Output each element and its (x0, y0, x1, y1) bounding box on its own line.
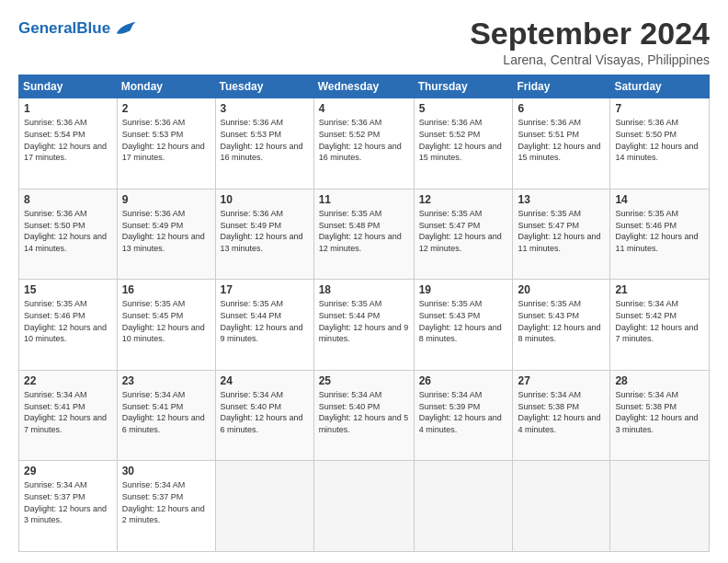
day-detail: Sunrise: 5:35 AM Sunset: 5:47 PM Dayligh… (518, 209, 600, 253)
col-wednesday: Wednesday (313, 75, 414, 98)
col-sunday: Sunday (19, 75, 118, 98)
day-detail: Sunrise: 5:35 AM Sunset: 5:43 PM Dayligh… (518, 299, 600, 343)
day-detail: Sunrise: 5:35 AM Sunset: 5:44 PM Dayligh… (319, 299, 409, 343)
day-detail: Sunrise: 5:35 AM Sunset: 5:47 PM Dayligh… (419, 209, 502, 253)
day-detail: Sunrise: 5:34 AM Sunset: 5:38 PM Dayligh… (518, 390, 600, 434)
day-number: 26 (419, 374, 508, 387)
day-number: 21 (615, 283, 704, 296)
table-row: 8 Sunrise: 5:36 AM Sunset: 5:50 PM Dayli… (19, 189, 118, 280)
day-number: 23 (122, 374, 210, 387)
table-row: 30 Sunrise: 5:34 AM Sunset: 5:37 PM Dayl… (117, 461, 215, 552)
day-number: 2 (122, 102, 210, 115)
day-detail: Sunrise: 5:36 AM Sunset: 5:54 PM Dayligh… (24, 118, 107, 162)
day-number: 11 (319, 193, 409, 206)
table-row: 10 Sunrise: 5:36 AM Sunset: 5:49 PM Dayl… (215, 189, 313, 280)
day-detail: Sunrise: 5:35 AM Sunset: 5:48 PM Dayligh… (319, 209, 402, 253)
col-monday: Monday (117, 75, 215, 98)
logo-bird-icon (112, 17, 140, 39)
col-friday: Friday (513, 75, 610, 98)
table-row: 7 Sunrise: 5:36 AM Sunset: 5:50 PM Dayli… (610, 98, 710, 190)
col-tuesday: Tuesday (215, 75, 313, 98)
day-detail: Sunrise: 5:34 AM Sunset: 5:38 PM Dayligh… (615, 390, 698, 434)
logo-general: General (18, 19, 76, 37)
table-row: 19 Sunrise: 5:35 AM Sunset: 5:43 PM Dayl… (414, 280, 513, 371)
day-detail: Sunrise: 5:36 AM Sunset: 5:50 PM Dayligh… (24, 209, 107, 253)
empty-cell (414, 461, 513, 552)
day-detail: Sunrise: 5:34 AM Sunset: 5:41 PM Dayligh… (24, 390, 107, 434)
calendar-table: Sunday Monday Tuesday Wednesday Thursday… (18, 75, 710, 552)
day-number: 27 (518, 374, 605, 387)
page-header: GeneralBlue September 2024 Larena, Centr… (18, 17, 710, 67)
table-row: 6 Sunrise: 5:36 AM Sunset: 5:51 PM Dayli… (513, 98, 610, 190)
day-number: 3 (221, 102, 309, 115)
table-row: 5 Sunrise: 5:36 AM Sunset: 5:52 PM Dayli… (414, 98, 513, 190)
day-number: 15 (24, 283, 112, 296)
day-detail: Sunrise: 5:36 AM Sunset: 5:53 PM Dayligh… (221, 118, 303, 162)
col-saturday: Saturday (610, 75, 710, 98)
table-row: 29 Sunrise: 5:34 AM Sunset: 5:37 PM Dayl… (19, 461, 118, 552)
day-number: 8 (24, 193, 112, 206)
day-number: 28 (615, 374, 704, 387)
day-number: 4 (319, 102, 409, 115)
day-detail: Sunrise: 5:35 AM Sunset: 5:46 PM Dayligh… (615, 209, 698, 253)
table-row: 18 Sunrise: 5:35 AM Sunset: 5:44 PM Dayl… (313, 280, 414, 371)
table-row: 25 Sunrise: 5:34 AM Sunset: 5:40 PM Dayl… (313, 370, 414, 461)
day-detail: Sunrise: 5:36 AM Sunset: 5:52 PM Dayligh… (419, 118, 502, 162)
week-row-1: 1 Sunrise: 5:36 AM Sunset: 5:54 PM Dayli… (19, 98, 710, 190)
day-detail: Sunrise: 5:36 AM Sunset: 5:50 PM Dayligh… (615, 118, 698, 162)
day-detail: Sunrise: 5:35 AM Sunset: 5:44 PM Dayligh… (221, 299, 303, 343)
page-title: September 2024 (470, 17, 710, 51)
table-row: 17 Sunrise: 5:35 AM Sunset: 5:44 PM Dayl… (215, 280, 313, 371)
day-detail: Sunrise: 5:34 AM Sunset: 5:42 PM Dayligh… (615, 299, 698, 343)
day-detail: Sunrise: 5:34 AM Sunset: 5:40 PM Dayligh… (319, 390, 409, 434)
table-row: 2 Sunrise: 5:36 AM Sunset: 5:53 PM Dayli… (117, 98, 215, 190)
day-detail: Sunrise: 5:34 AM Sunset: 5:41 PM Dayligh… (122, 390, 205, 434)
table-row: 1 Sunrise: 5:36 AM Sunset: 5:54 PM Dayli… (19, 98, 118, 190)
table-row: 13 Sunrise: 5:35 AM Sunset: 5:47 PM Dayl… (513, 189, 610, 280)
day-number: 14 (615, 193, 704, 206)
table-row: 4 Sunrise: 5:36 AM Sunset: 5:52 PM Dayli… (313, 98, 414, 190)
day-detail: Sunrise: 5:35 AM Sunset: 5:46 PM Dayligh… (24, 299, 107, 343)
day-number: 9 (122, 193, 210, 206)
table-row: 12 Sunrise: 5:35 AM Sunset: 5:47 PM Dayl… (414, 189, 513, 280)
week-row-5: 29 Sunrise: 5:34 AM Sunset: 5:37 PM Dayl… (19, 461, 710, 552)
day-number: 30 (122, 465, 210, 477)
table-row: 11 Sunrise: 5:35 AM Sunset: 5:48 PM Dayl… (313, 189, 414, 280)
day-number: 20 (518, 283, 605, 296)
empty-cell (313, 461, 414, 552)
table-row: 15 Sunrise: 5:35 AM Sunset: 5:46 PM Dayl… (19, 280, 118, 371)
day-detail: Sunrise: 5:34 AM Sunset: 5:40 PM Dayligh… (221, 390, 303, 434)
day-number: 18 (319, 283, 409, 296)
day-number: 7 (615, 102, 704, 115)
logo-blue: Blue (76, 19, 110, 37)
empty-cell (215, 461, 313, 552)
logo: GeneralBlue (18, 17, 140, 39)
table-row: 26 Sunrise: 5:34 AM Sunset: 5:39 PM Dayl… (414, 370, 513, 461)
day-detail: Sunrise: 5:36 AM Sunset: 5:49 PM Dayligh… (122, 209, 205, 253)
day-detail: Sunrise: 5:35 AM Sunset: 5:43 PM Dayligh… (419, 299, 502, 343)
day-number: 6 (518, 102, 605, 115)
table-row: 20 Sunrise: 5:35 AM Sunset: 5:43 PM Dayl… (513, 280, 610, 371)
week-row-3: 15 Sunrise: 5:35 AM Sunset: 5:46 PM Dayl… (19, 280, 710, 371)
table-row: 3 Sunrise: 5:36 AM Sunset: 5:53 PM Dayli… (215, 98, 313, 190)
table-row: 16 Sunrise: 5:35 AM Sunset: 5:45 PM Dayl… (117, 280, 215, 371)
table-row: 9 Sunrise: 5:36 AM Sunset: 5:49 PM Dayli… (117, 189, 215, 280)
table-row: 22 Sunrise: 5:34 AM Sunset: 5:41 PM Dayl… (19, 370, 118, 461)
logo-text: GeneralBlue (18, 20, 110, 36)
empty-cell (513, 461, 610, 552)
table-row: 28 Sunrise: 5:34 AM Sunset: 5:38 PM Dayl… (610, 370, 710, 461)
day-number: 24 (221, 374, 309, 387)
day-number: 19 (419, 283, 508, 296)
day-detail: Sunrise: 5:34 AM Sunset: 5:37 PM Dayligh… (24, 480, 107, 524)
day-number: 13 (518, 193, 605, 206)
table-row: 23 Sunrise: 5:34 AM Sunset: 5:41 PM Dayl… (117, 370, 215, 461)
day-number: 5 (419, 102, 508, 115)
day-number: 29 (24, 465, 112, 477)
day-number: 10 (221, 193, 309, 206)
day-number: 22 (24, 374, 112, 387)
table-row: 21 Sunrise: 5:34 AM Sunset: 5:42 PM Dayl… (610, 280, 710, 371)
day-number: 1 (24, 102, 112, 115)
day-number: 17 (221, 283, 309, 296)
day-detail: Sunrise: 5:36 AM Sunset: 5:51 PM Dayligh… (518, 118, 600, 162)
day-detail: Sunrise: 5:36 AM Sunset: 5:49 PM Dayligh… (221, 209, 303, 253)
